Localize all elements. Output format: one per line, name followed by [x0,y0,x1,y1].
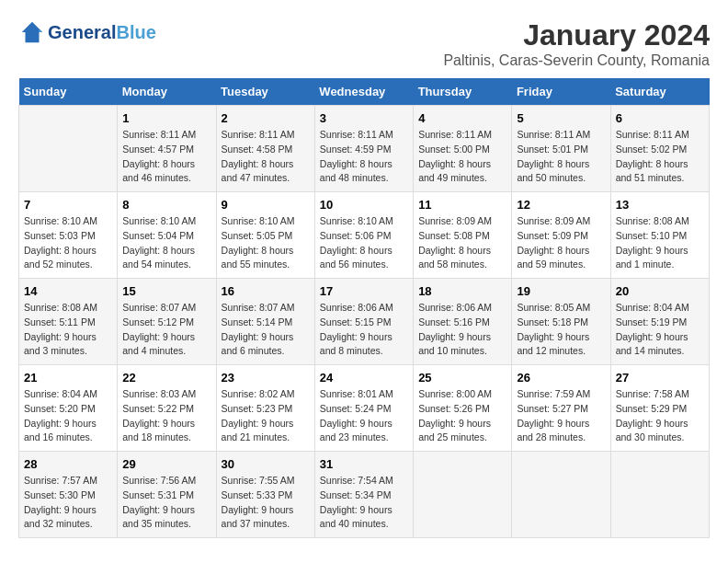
calendar-week-row: 14Sunrise: 8:08 AMSunset: 5:11 PMDayligh… [19,279,710,365]
calendar-cell: 22Sunrise: 8:03 AMSunset: 5:22 PMDayligh… [118,365,216,452]
day-number: 28 [24,457,112,471]
day-info: Sunrise: 8:03 AMSunset: 5:22 PMDaylight:… [122,387,210,445]
day-number: 16 [222,284,310,298]
day-info: Sunrise: 8:11 AMSunset: 5:02 PMDaylight:… [616,128,704,186]
day-number: 27 [616,371,704,385]
calendar-cell: 28Sunrise: 7:57 AMSunset: 5:30 PMDayligh… [19,452,118,538]
day-info: Sunrise: 8:09 AMSunset: 5:08 PMDaylight:… [418,214,506,272]
calendar-cell: 11Sunrise: 8:09 AMSunset: 5:08 PMDayligh… [414,192,512,279]
day-info: Sunrise: 8:09 AMSunset: 5:09 PMDaylight:… [517,214,605,272]
day-number: 26 [517,371,605,385]
day-number: 24 [320,371,408,385]
weekday-header-wednesday: Wednesday [314,78,413,106]
day-number: 29 [122,457,210,471]
calendar-cell: 31Sunrise: 7:54 AMSunset: 5:34 PMDayligh… [314,452,413,538]
day-info: Sunrise: 8:07 AMSunset: 5:12 PMDaylight:… [122,301,210,359]
day-number: 3 [320,111,408,125]
calendar-cell: 12Sunrise: 8:09 AMSunset: 5:09 PMDayligh… [512,192,610,279]
calendar-cell: 3Sunrise: 8:11 AMSunset: 4:59 PMDaylight… [314,106,413,192]
day-info: Sunrise: 7:55 AMSunset: 5:33 PMDaylight:… [222,474,310,532]
calendar-cell: 20Sunrise: 8:04 AMSunset: 5:19 PMDayligh… [610,279,709,365]
calendar-cell: 10Sunrise: 8:10 AMSunset: 5:06 PMDayligh… [314,192,413,279]
page-header: General Blue January 2024 Paltinis, Cara… [18,18,710,69]
weekday-header-saturday: Saturday [610,78,709,106]
day-number: 25 [418,371,506,385]
calendar-cell: 26Sunrise: 7:59 AMSunset: 5:27 PMDayligh… [512,365,610,452]
day-number: 23 [222,371,310,385]
weekday-header-monday: Monday [118,78,216,106]
main-title: January 2024 [443,18,710,52]
day-info: Sunrise: 8:10 AMSunset: 5:03 PMDaylight:… [24,214,112,272]
calendar-cell [512,452,610,538]
subtitle: Paltinis, Caras-Severin County, Romania [443,52,710,69]
calendar-cell: 8Sunrise: 8:10 AMSunset: 5:04 PMDaylight… [118,192,216,279]
calendar-table: SundayMondayTuesdayWednesdayThursdayFrid… [18,78,710,538]
day-number: 30 [222,457,310,471]
day-number: 7 [24,198,112,212]
calendar-cell: 14Sunrise: 8:08 AMSunset: 5:11 PMDayligh… [19,279,118,365]
day-info: Sunrise: 8:07 AMSunset: 5:14 PMDaylight:… [222,301,310,359]
day-number: 11 [418,198,506,212]
day-number: 22 [122,371,210,385]
day-number: 18 [418,284,506,298]
day-info: Sunrise: 8:10 AMSunset: 5:05 PMDaylight:… [222,214,310,272]
day-info: Sunrise: 8:00 AMSunset: 5:26 PMDaylight:… [418,387,506,445]
logo-text-blue: Blue [116,22,155,43]
day-number: 15 [122,284,210,298]
calendar-cell: 29Sunrise: 7:56 AMSunset: 5:31 PMDayligh… [118,452,216,538]
calendar-cell: 30Sunrise: 7:55 AMSunset: 5:33 PMDayligh… [216,452,314,538]
day-number: 14 [24,284,112,298]
day-number: 6 [616,111,704,125]
calendar-cell [610,452,709,538]
day-info: Sunrise: 8:04 AMSunset: 5:20 PMDaylight:… [24,387,112,445]
day-number: 20 [616,284,704,298]
weekday-header-sunday: Sunday [19,78,118,106]
day-number: 12 [517,198,605,212]
title-area: January 2024 Paltinis, Caras-Severin Cou… [443,18,710,69]
calendar-cell: 25Sunrise: 8:00 AMSunset: 5:26 PMDayligh… [414,365,512,452]
day-number: 2 [222,111,310,125]
day-info: Sunrise: 8:11 AMSunset: 5:00 PMDaylight:… [418,128,506,186]
calendar-cell [414,452,512,538]
calendar-cell: 15Sunrise: 8:07 AMSunset: 5:12 PMDayligh… [118,279,216,365]
calendar-cell: 21Sunrise: 8:04 AMSunset: 5:20 PMDayligh… [19,365,118,452]
day-info: Sunrise: 8:11 AMSunset: 4:57 PMDaylight:… [122,128,210,186]
calendar-cell: 23Sunrise: 8:02 AMSunset: 5:23 PMDayligh… [216,365,314,452]
calendar-week-row: 7Sunrise: 8:10 AMSunset: 5:03 PMDaylight… [19,192,710,279]
weekday-header-thursday: Thursday [414,78,512,106]
calendar-cell: 2Sunrise: 8:11 AMSunset: 4:58 PMDaylight… [216,106,314,192]
calendar-cell [19,106,118,192]
calendar-cell: 1Sunrise: 8:11 AMSunset: 4:57 PMDaylight… [118,106,216,192]
logo-icon [18,18,46,46]
day-info: Sunrise: 8:01 AMSunset: 5:24 PMDaylight:… [320,387,408,445]
calendar-cell: 16Sunrise: 8:07 AMSunset: 5:14 PMDayligh… [216,279,314,365]
calendar-cell: 13Sunrise: 8:08 AMSunset: 5:10 PMDayligh… [610,192,709,279]
day-number: 4 [418,111,506,125]
day-info: Sunrise: 7:58 AMSunset: 5:29 PMDaylight:… [616,387,704,445]
calendar-cell: 5Sunrise: 8:11 AMSunset: 5:01 PMDaylight… [512,106,610,192]
logo: General Blue [18,18,156,46]
day-info: Sunrise: 7:59 AMSunset: 5:27 PMDaylight:… [517,387,605,445]
day-number: 13 [616,198,704,212]
day-info: Sunrise: 8:02 AMSunset: 5:23 PMDaylight:… [222,387,310,445]
calendar-cell: 18Sunrise: 8:06 AMSunset: 5:16 PMDayligh… [414,279,512,365]
calendar-cell: 6Sunrise: 8:11 AMSunset: 5:02 PMDaylight… [610,106,709,192]
day-info: Sunrise: 8:04 AMSunset: 5:19 PMDaylight:… [616,301,704,359]
calendar-week-row: 1Sunrise: 8:11 AMSunset: 4:57 PMDaylight… [19,106,710,192]
day-number: 9 [222,198,310,212]
day-info: Sunrise: 8:10 AMSunset: 5:04 PMDaylight:… [122,214,210,272]
calendar-cell: 19Sunrise: 8:05 AMSunset: 5:18 PMDayligh… [512,279,610,365]
calendar-cell: 9Sunrise: 8:10 AMSunset: 5:05 PMDaylight… [216,192,314,279]
day-info: Sunrise: 7:56 AMSunset: 5:31 PMDaylight:… [122,474,210,532]
day-number: 19 [517,284,605,298]
calendar-cell: 24Sunrise: 8:01 AMSunset: 5:24 PMDayligh… [314,365,413,452]
day-number: 8 [122,198,210,212]
day-info: Sunrise: 7:57 AMSunset: 5:30 PMDaylight:… [24,474,112,532]
calendar-cell: 27Sunrise: 7:58 AMSunset: 5:29 PMDayligh… [610,365,709,452]
day-number: 5 [517,111,605,125]
day-info: Sunrise: 8:06 AMSunset: 5:16 PMDaylight:… [418,301,506,359]
calendar-cell: 7Sunrise: 8:10 AMSunset: 5:03 PMDaylight… [19,192,118,279]
calendar-cell: 17Sunrise: 8:06 AMSunset: 5:15 PMDayligh… [314,279,413,365]
weekday-header-tuesday: Tuesday [216,78,314,106]
calendar-header-row: SundayMondayTuesdayWednesdayThursdayFrid… [19,78,710,106]
